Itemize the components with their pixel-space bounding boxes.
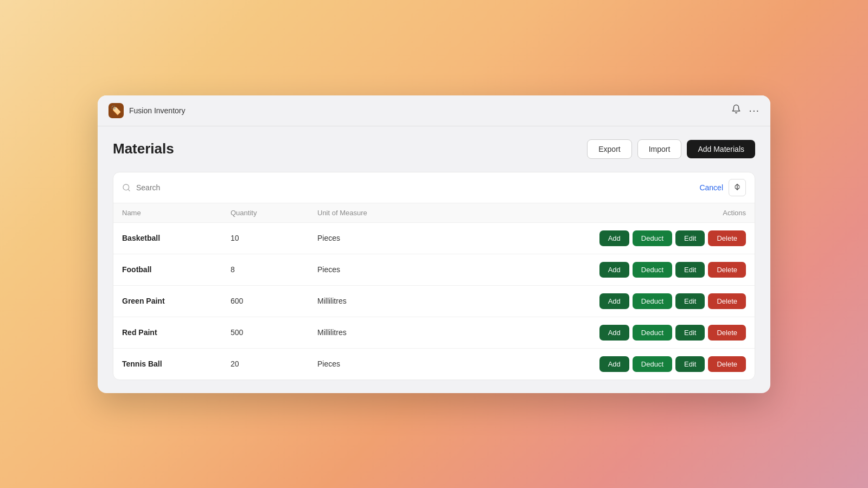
- titlebar-right: ···: [731, 104, 760, 117]
- export-button[interactable]: Export: [587, 139, 631, 159]
- deduct-button[interactable]: Deduct: [633, 356, 672, 372]
- delete-button[interactable]: Delete: [708, 325, 746, 341]
- edit-button[interactable]: Edit: [675, 325, 705, 341]
- table-body: Basketball 10 Pieces Add Deduct Edit Del…: [113, 223, 755, 380]
- row-actions: Add Deduct Edit Delete: [594, 325, 746, 341]
- table-row: Tennis Ball 20 Pieces Add Deduct Edit De…: [113, 349, 755, 380]
- cell-name: Red Paint: [122, 328, 231, 337]
- add-button[interactable]: Add: [599, 325, 629, 341]
- deduct-button[interactable]: Deduct: [633, 262, 672, 278]
- edit-button[interactable]: Edit: [675, 293, 705, 309]
- add-button[interactable]: Add: [599, 356, 629, 372]
- table-container: Cancel Name Quantity Unit of Measure: [113, 172, 755, 380]
- cell-quantity: 600: [231, 297, 317, 305]
- cell-quantity: 20: [231, 359, 317, 368]
- cell-unit: Pieces: [317, 359, 426, 368]
- cell-quantity: 500: [231, 328, 317, 337]
- cell-unit: Pieces: [317, 234, 426, 242]
- delete-button[interactable]: Delete: [708, 230, 746, 246]
- delete-button[interactable]: Delete: [708, 293, 746, 309]
- titlebar-left: 🏷️ Fusion Inventory: [108, 103, 186, 118]
- main-window: 🏷️ Fusion Inventory ··· Materials Export…: [98, 95, 770, 393]
- table-row: Football 8 Pieces Add Deduct Edit Delete: [113, 254, 755, 286]
- main-content: Materials Export Import Add Materials Ca…: [98, 126, 770, 393]
- header-actions: Export Import Add Materials: [587, 139, 755, 159]
- cancel-link[interactable]: Cancel: [699, 183, 723, 192]
- cell-unit: Pieces: [317, 265, 426, 274]
- sort-icon: [733, 184, 741, 191]
- row-actions: Add Deduct Edit Delete: [594, 356, 746, 372]
- edit-button[interactable]: Edit: [675, 262, 705, 278]
- svg-line-1: [128, 189, 130, 191]
- deduct-button[interactable]: Deduct: [633, 325, 672, 341]
- row-actions: Add Deduct Edit Delete: [594, 293, 746, 309]
- cell-name: Basketball: [122, 234, 231, 242]
- page-header: Materials Export Import Add Materials: [113, 139, 755, 159]
- delete-button[interactable]: Delete: [708, 262, 746, 278]
- delete-button[interactable]: Delete: [708, 356, 746, 372]
- deduct-button[interactable]: Deduct: [633, 230, 672, 246]
- app-title: Fusion Inventory: [129, 106, 186, 115]
- deduct-button[interactable]: Deduct: [633, 293, 672, 309]
- add-button[interactable]: Add: [599, 293, 629, 309]
- bell-icon[interactable]: [731, 104, 741, 117]
- cell-name: Tennis Ball: [122, 359, 231, 368]
- cell-name: Green Paint: [122, 297, 231, 305]
- edit-button[interactable]: Edit: [675, 230, 705, 246]
- cell-quantity: 8: [231, 265, 317, 274]
- search-input[interactable]: [136, 183, 694, 192]
- add-button[interactable]: Add: [599, 262, 629, 278]
- import-button[interactable]: Import: [637, 139, 682, 159]
- add-button[interactable]: Add: [599, 230, 629, 246]
- search-bar: Cancel: [113, 172, 755, 203]
- col-name: Name: [122, 209, 231, 217]
- table-header: Name Quantity Unit of Measure Actions: [113, 203, 755, 223]
- search-icon: [122, 183, 131, 192]
- col-spacer: [426, 209, 594, 217]
- add-materials-button[interactable]: Add Materials: [687, 140, 755, 158]
- sort-button[interactable]: [729, 179, 746, 196]
- col-unit: Unit of Measure: [317, 209, 426, 217]
- titlebar: 🏷️ Fusion Inventory ···: [98, 95, 770, 126]
- more-icon[interactable]: ···: [749, 104, 760, 117]
- search-actions: Cancel: [699, 179, 746, 196]
- cell-unit: Millilitres: [317, 297, 426, 305]
- row-actions: Add Deduct Edit Delete: [594, 230, 746, 246]
- row-actions: Add Deduct Edit Delete: [594, 262, 746, 278]
- col-actions: Actions: [594, 209, 746, 217]
- cell-name: Football: [122, 265, 231, 274]
- cell-unit: Millilitres: [317, 328, 426, 337]
- table-row: Red Paint 500 Millilitres Add Deduct Edi…: [113, 317, 755, 349]
- table-row: Basketball 10 Pieces Add Deduct Edit Del…: [113, 223, 755, 254]
- app-icon: 🏷️: [108, 103, 124, 118]
- edit-button[interactable]: Edit: [675, 356, 705, 372]
- page-title: Materials: [113, 140, 174, 157]
- col-quantity: Quantity: [231, 209, 317, 217]
- cell-quantity: 10: [231, 234, 317, 242]
- table-row: Green Paint 600 Millilitres Add Deduct E…: [113, 286, 755, 317]
